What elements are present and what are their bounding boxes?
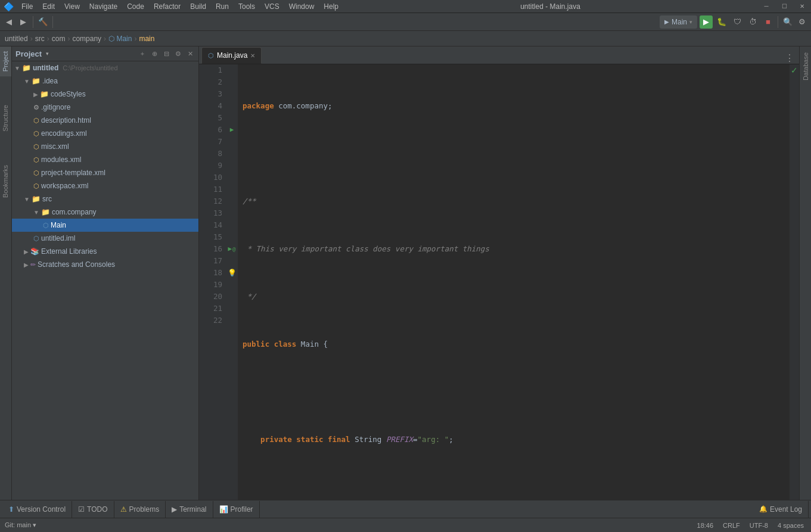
sidebar-collapse-button[interactable]: ⊟ — [161, 49, 171, 58]
left-tab-bookmarks[interactable]: Bookmarks — [0, 160, 11, 203]
sidebar-settings-button[interactable]: ⚙ — [173, 49, 183, 58]
run-config-dropdown[interactable]: ▶ Main ▾ — [660, 15, 697, 29]
menu-tools[interactable]: Tools — [234, 0, 260, 13]
gutter-8 — [226, 148, 238, 160]
code-keyword: package — [243, 100, 274, 112]
tree-item-gitignore[interactable]: ⚙ .gitignore — [12, 101, 198, 114]
gutter-18-bulb[interactable]: 💡 — [226, 267, 238, 279]
tree-item-iml[interactable]: ⬡ untitled.iml — [12, 232, 198, 245]
menu-refactor[interactable]: Refactor — [149, 0, 185, 13]
menu-view[interactable]: View — [60, 0, 85, 13]
line-number-gutter: 1 2 3 4 5 6 7 8 9 10 11 12 13 14 — [199, 64, 238, 500]
gutter-19 — [226, 279, 238, 291]
menu-build[interactable]: Build — [185, 0, 211, 13]
tree-item-idea[interactable]: ▼ 📁 .idea — [12, 74, 198, 88]
sidebar-locate-button[interactable]: ⊕ — [150, 49, 159, 58]
tree-item-scratches[interactable]: ▶ ✏ Scratches and Consoles — [12, 258, 198, 271]
xml-file-icon: ⬡ — [33, 130, 39, 138]
menu-edit[interactable]: Edit — [38, 0, 60, 13]
stop-button[interactable]: ■ — [762, 15, 775, 29]
gitignore-icon: ⚙ — [33, 104, 39, 111]
gutter-17 — [226, 255, 238, 267]
tree-item-description[interactable]: ⬡ description.html — [12, 114, 198, 127]
ln-6: 6 — [199, 124, 222, 136]
vc-icon: ⬆ — [8, 505, 14, 514]
bottom-tab-event-log[interactable]: 🔔 Event Log — [753, 501, 809, 518]
tree-item-misc[interactable]: ⬡ misc.xml — [12, 140, 198, 153]
sidebar-project-label: Project — [15, 49, 42, 58]
menu-window[interactable]: Window — [284, 0, 319, 13]
profile-button[interactable]: ⏱ — [746, 15, 759, 29]
toolbar-separator-1 — [33, 16, 33, 28]
status-bar: Git: main ▾ 18:46 CRLF UTF-8 4 spaces — [0, 518, 811, 532]
minimize-button[interactable]: ─ — [757, 0, 775, 13]
tree-item-project-template[interactable]: ⬡ project-template.xml — [12, 166, 198, 179]
bottom-tab-terminal[interactable]: ▶ Terminal — [166, 501, 213, 518]
gutter-20 — [226, 291, 238, 303]
tree-item-encodings[interactable]: ⬡ encodings.xml — [12, 127, 198, 140]
ln-2: 2 — [199, 76, 222, 88]
bottom-tab-problems[interactable]: ⚠ Problems — [114, 501, 166, 518]
tree-item-main[interactable]: ⬡ Main — [12, 219, 198, 232]
breadcrumb-sep-1: › — [30, 35, 33, 43]
menu-vcs[interactable]: VCS — [260, 0, 284, 13]
left-tab-structure[interactable]: Structure — [0, 100, 11, 136]
bottom-tab-version-control[interactable]: ⬆ Version Control — [2, 501, 72, 518]
left-tab-project[interactable]: Project — [0, 46, 11, 76]
search-everywhere-button[interactable]: 🔍 — [781, 15, 794, 29]
bottom-tab-profiler[interactable]: 📊 Profiler — [213, 501, 260, 518]
ln-10: 10 — [199, 172, 222, 183]
tree-label-misc: misc.xml — [41, 142, 69, 151]
breadcrumb-main-method[interactable]: main — [139, 35, 154, 43]
tab-overflow-button[interactable]: ⋮ — [785, 52, 799, 64]
menu-help[interactable]: Help — [319, 0, 343, 13]
back-button[interactable]: ◀ — [2, 15, 15, 29]
no-errors-icon: ✓ — [791, 66, 798, 75]
tree-label-src: src — [42, 195, 52, 203]
forward-button[interactable]: ▶ — [17, 15, 30, 29]
menu-file[interactable]: File — [17, 0, 38, 13]
status-encoding[interactable]: UTF-8 — [747, 522, 770, 529]
close-button[interactable]: ✕ — [793, 0, 811, 13]
gutter-7 — [226, 136, 238, 148]
debug-button[interactable]: 🐛 — [715, 15, 728, 29]
project-dropdown-icon[interactable]: ▾ — [46, 51, 49, 57]
breadcrumb-main-class[interactable]: ⬡ Main — [108, 35, 132, 43]
terminal-label: Terminal — [179, 505, 206, 514]
right-tab-database[interactable]: Database — [800, 46, 811, 86]
breadcrumb-src[interactable]: src — [35, 35, 45, 43]
code-editor[interactable]: package com.company; /** * This very imp… — [238, 64, 790, 500]
sidebar-add-button[interactable]: + — [138, 49, 147, 58]
menu-navigate[interactable]: Navigate — [85, 0, 122, 13]
gutter-6-run[interactable]: ▶ — [226, 124, 238, 136]
breadcrumb-company[interactable]: company — [72, 35, 101, 43]
gutter-16-run[interactable]: ▶@ — [226, 243, 238, 255]
tree-item-ext-libs[interactable]: ▶ 📚 External Libraries — [12, 245, 198, 258]
run-button[interactable]: ▶ — [700, 15, 713, 29]
ln-17: 17 — [199, 255, 222, 267]
ln-11: 11 — [199, 183, 222, 195]
breadcrumb-project[interactable]: untitled — [5, 35, 28, 43]
tab-main-java[interactable]: ⬡ Main.java ✕ — [201, 47, 262, 64]
status-indent[interactable]: 4 spaces — [775, 522, 806, 529]
sidebar-hide-button[interactable]: ✕ — [185, 49, 195, 58]
status-branch[interactable]: Git: main ▾ — [5, 521, 36, 529]
breadcrumb-com[interactable]: com — [52, 35, 66, 43]
expand-icon: ▼ — [14, 65, 20, 71]
coverage-button[interactable]: 🛡 — [731, 15, 744, 29]
tree-item-com-company[interactable]: ▼ 📁 com.company — [12, 206, 198, 219]
menu-code[interactable]: Code — [122, 0, 149, 13]
tab-close-button[interactable]: ✕ — [250, 52, 255, 59]
maximize-button[interactable]: ☐ — [775, 0, 793, 13]
status-line-ending[interactable]: CRLF — [720, 522, 742, 529]
tree-item-root[interactable]: ▼ 📁 untitled C:\Projects\untitled — [12, 61, 198, 74]
build-button[interactable]: 🔨 — [36, 15, 49, 29]
bottom-tab-todo[interactable]: ☑ TODO — [72, 501, 114, 518]
tree-item-codestyles[interactable]: ▶ 📁 codeStyles — [12, 88, 198, 101]
tree-item-src[interactable]: ▼ 📁 src — [12, 192, 198, 206]
settings-button[interactable]: ⚙ — [796, 15, 809, 29]
menu-run[interactable]: Run — [211, 0, 234, 13]
tree-item-workspace[interactable]: ⬡ workspace.xml — [12, 179, 198, 192]
ln-8: 8 — [199, 148, 222, 160]
tree-item-modules[interactable]: ⬡ modules.xml — [12, 153, 198, 166]
